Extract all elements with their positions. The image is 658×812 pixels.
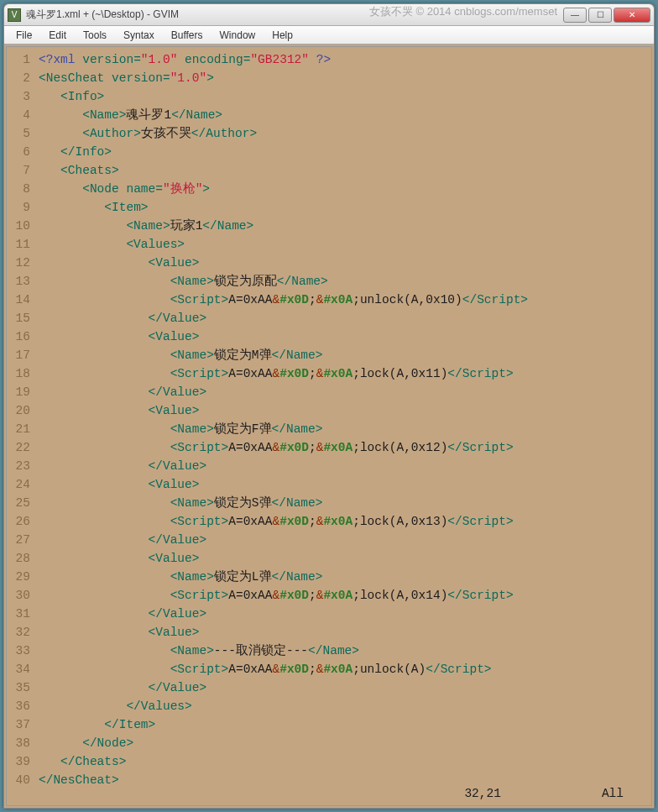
statusbar: 32,21 All	[16, 784, 637, 803]
app-icon: V	[8, 8, 21, 22]
menu-help[interactable]: Help	[264, 28, 301, 43]
menu-file[interactable]: File	[8, 28, 40, 43]
code-area[interactable]: <?xml version="1.0" encoding="GB2312" ?>…	[35, 47, 651, 805]
editor[interactable]: 1234567891011121314151617181920212223242…	[6, 46, 652, 806]
menu-window[interactable]: Window	[212, 28, 264, 43]
cursor-position: 32,21	[464, 787, 501, 800]
menu-buffers[interactable]: Buffers	[163, 28, 212, 43]
menu-tools[interactable]: Tools	[75, 28, 115, 43]
line-gutter: 1234567891011121314151617181920212223242…	[7, 47, 35, 805]
main-window: V 魂斗罗1.xml + (~\Desktop) - GVIM — ☐ ✕ Fi…	[3, 3, 655, 809]
menu-edit[interactable]: Edit	[40, 28, 75, 43]
maximize-button[interactable]: ☐	[588, 8, 612, 23]
window-buttons: — ☐ ✕	[563, 8, 650, 23]
menubar: File Edit Tools Syntax Buffers Window He…	[4, 26, 654, 45]
close-button[interactable]: ✕	[614, 8, 650, 23]
minimize-button[interactable]: —	[563, 8, 587, 23]
scroll-percent: All	[602, 787, 624, 800]
watermark-text: 女孩不哭 © 2014 cnblogs.com/memset	[369, 4, 557, 19]
menu-syntax[interactable]: Syntax	[115, 28, 163, 43]
